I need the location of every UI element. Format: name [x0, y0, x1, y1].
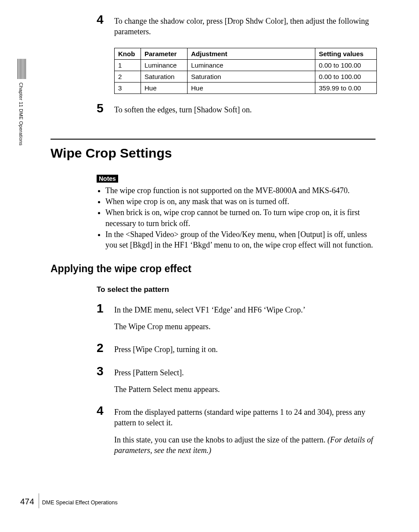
step-number: 4: [97, 404, 114, 418]
table-header-row: Knob Parameter Adjustment Setting values: [115, 48, 377, 59]
parameter-table: Knob Parameter Adjustment Setting values…: [114, 48, 377, 94]
th-knob: Knob: [115, 48, 141, 59]
note-item: In the <Shaped Video> group of the Video…: [105, 229, 376, 251]
th-parameter: Parameter: [141, 48, 188, 59]
side-chapter-label: Chapter 11 DME Operations: [18, 83, 24, 146]
step-2: 2 Press [Wipe Crop], turning it on.: [97, 341, 376, 361]
step-number: 1: [97, 302, 114, 316]
step-4b-text-2: In this state, you can use the knobs to …: [114, 435, 376, 456]
side-tab-lines: [18, 59, 28, 79]
th-setting: Setting values: [315, 48, 377, 59]
page-number: 474: [20, 497, 34, 507]
step-5-text: To soften the edges, turn [Shadow Soft] …: [114, 104, 376, 115]
step-number: 2: [97, 341, 114, 355]
notes-list: The wipe crop function is not supported …: [97, 185, 376, 251]
side-chapter-tab: Chapter 11 DME Operations: [17, 59, 28, 186]
heading-applying-wipe-crop: Applying the wipe crop effect: [51, 263, 376, 275]
step-4-text: To change the shadow color, press [Drop …: [114, 16, 376, 37]
table-row: 2 Saturation Saturation 0.00 to 100.00: [115, 71, 377, 82]
step-1: 1 In the DME menu, select VF1 ‘Edge’ and…: [97, 302, 376, 338]
note-item: The wipe crop function is not supported …: [105, 185, 376, 196]
note-item: When wipe crop is on, any mask that was …: [105, 196, 376, 207]
step-number: 3: [97, 365, 114, 378]
table-row: 3 Hue Hue 359.99 to 0.00: [115, 82, 377, 93]
step-1-text-2: The Wipe Crop menu appears.: [114, 321, 376, 332]
th-adjustment: Adjustment: [188, 48, 315, 59]
step-4: 4 To change the shadow color, press [Dro…: [97, 13, 376, 43]
step-3-text-1: Press [Pattern Select].: [114, 367, 376, 378]
step-number: 4: [97, 13, 114, 27]
step-3-text-2: The Pattern Select menu appears.: [114, 384, 376, 395]
step-1-text-1: In the DME menu, select VF1 ‘Edge’ and H…: [114, 305, 376, 315]
notes-badge: Notes: [97, 175, 118, 183]
page-footer: 474 DME Special Effect Operations: [20, 497, 118, 507]
step-2-text: Press [Wipe Crop], turning it on.: [114, 344, 376, 355]
heading-wipe-crop-settings: Wipe Crop Settings: [51, 139, 376, 161]
step-4b-text-1: From the displayed patterns (standard wi…: [114, 407, 376, 428]
heading-select-pattern: To select the pattern: [97, 285, 376, 294]
step-3: 3 Press [Pattern Select]. The Pattern Se…: [97, 365, 376, 401]
step-5: 5 To soften the edges, turn [Shadow Soft…: [97, 102, 376, 121]
footer-title: DME Special Effect Operations: [42, 500, 118, 506]
step-4b: 4 From the displayed patterns (standard …: [97, 404, 376, 462]
table-row: 1 Luminance Luminance 0.00 to 100.00: [115, 59, 377, 71]
step-number: 5: [97, 102, 114, 115]
note-item: When brick is on, wipe crop cannot be tu…: [105, 207, 376, 229]
